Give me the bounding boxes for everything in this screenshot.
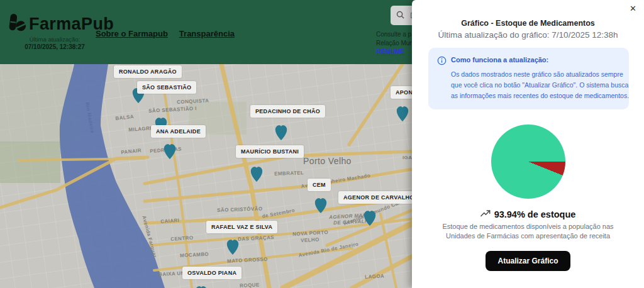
info-title: Como funciona a atualização: (451, 56, 620, 64)
map-pin-icon[interactable] (193, 283, 209, 288)
refresh-chart-button[interactable]: Atualizar Gráfico (486, 251, 570, 271)
map-canvas[interactable]: CONQUISTABALSAMILAGRESÃO SEBASTIÃO IPEDR… (0, 64, 428, 288)
search-icon (396, 10, 404, 21)
nav-link[interactable]: Sobre o Farmapub (96, 29, 168, 38)
map-pin-icon[interactable] (394, 103, 411, 123)
map-marker-label[interactable]: RAFAEL VAZ E SILVA (206, 221, 277, 233)
last-update-label: Última atualização: (20, 36, 89, 43)
stock-percentage: 93.94% de estoque (494, 209, 576, 219)
map-pin-icon[interactable] (225, 236, 241, 257)
map-marker-label[interactable]: SÃO SEBASTIÃO (137, 81, 196, 94)
info-icon (437, 56, 447, 68)
main-nav: Sobre o FarmapubTransparência (96, 29, 235, 38)
map-street-label: LAGOA (365, 273, 384, 280)
app-window: CONQUISTABALSAMILAGRESÃO SEBASTIÃO IPEDR… (0, 0, 644, 288)
chart-panel: ✕ Gráfico - Estoque de Medicamentos Últi… (412, 0, 644, 288)
info-body: Os dados mostrados neste gráfico são atu… (451, 69, 630, 101)
map-marker-label[interactable]: PEDACINHO DE CHÃO (250, 105, 325, 118)
last-update-value: 07/10/2025, 12:38:27 (20, 43, 89, 50)
map-marker-label[interactable]: ANA ADELAIDE (151, 125, 206, 138)
map-marker-label[interactable]: CEM (308, 179, 331, 191)
info-box: Como funciona a atualização: Os dados mo… (428, 48, 629, 109)
map-pin-icon[interactable] (162, 141, 178, 161)
remume-link[interactable]: REMUME (376, 48, 404, 55)
close-icon[interactable]: ✕ (630, 4, 636, 13)
pills-logo-icon (8, 13, 26, 35)
panel-subtitle: Última atualização do gráfico: 7/10/2025… (412, 30, 644, 40)
map-pin-icon[interactable] (362, 208, 378, 228)
map-street-label: ROQUE (240, 282, 260, 288)
map-street-label: EMBRATEL (274, 170, 304, 177)
map-street-label: VELHO (301, 236, 319, 243)
map-marker-label[interactable]: OSVALDO PIANA (182, 267, 242, 279)
map-street-label: Porto Velho (303, 156, 352, 166)
stock-pie-chart (491, 125, 565, 199)
map-marker-label[interactable]: MAURÍCIO BUSTANI (236, 145, 304, 158)
stock-description: Estoque de medicamentos disponíveis a po… (432, 222, 624, 241)
panel-title: Gráfico - Estoque de Medicamentos (412, 19, 644, 28)
map-pin-icon[interactable] (248, 163, 265, 184)
map-marker-label[interactable]: AGENOR DE CARVALHO (338, 191, 419, 204)
map-pin-icon[interactable] (313, 195, 329, 215)
map-pin-icon[interactable] (273, 122, 289, 142)
nav-link[interactable]: Transparência (179, 29, 235, 38)
map-marker-label[interactable]: RONALDO ARAGÃO (114, 65, 182, 78)
map-street-label: IGA (402, 155, 412, 160)
trending-up-icon (480, 209, 491, 220)
